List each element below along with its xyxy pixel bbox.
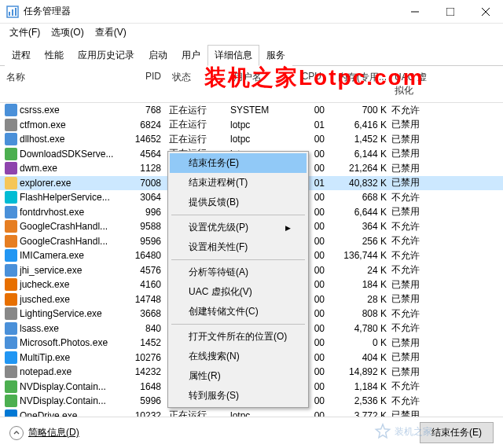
process-pid: 4576: [122, 265, 169, 276]
process-icon: [5, 322, 17, 335]
process-uac: 不允许: [391, 104, 439, 117]
header-pid[interactable]: PID: [122, 69, 169, 99]
process-icon: [5, 293, 17, 306]
context-item[interactable]: UAC 虚拟化(V): [170, 282, 307, 302]
process-uac: 不允许: [391, 380, 439, 393]
close-button[interactable]: [468, 0, 503, 24]
process-icon: [5, 191, 17, 204]
context-item[interactable]: 设置相关性(F): [170, 237, 307, 257]
process-mem: 364 K: [325, 221, 391, 232]
header-mem[interactable]: 内存(专用...: [325, 69, 391, 99]
footer: 简略信息(D) 结束任务(E): [0, 417, 503, 448]
brief-info-link[interactable]: 简略信息(D): [28, 426, 79, 439]
process-mem: 2,536 K: [325, 395, 391, 406]
process-uac: 已禁用: [391, 147, 439, 160]
menu-view[interactable]: 查看(V): [90, 24, 131, 41]
process-pid: 4564: [122, 149, 169, 160]
menu-file[interactable]: 文件(F): [5, 24, 45, 41]
process-name: NVDisplay.Contain...: [20, 381, 122, 392]
process-name: DownloadSDKServe...: [20, 149, 122, 160]
process-icon: [5, 307, 17, 320]
header-status[interactable]: 状态: [169, 69, 230, 99]
context-item[interactable]: 提供反馈(B): [170, 193, 307, 212]
svg-rect-3: [15, 8, 17, 16]
column-headers: 名称 PID 状态 用户名 CPU 内存(专用... UAC 虚拟化: [0, 66, 503, 103]
process-user: lotpc: [230, 119, 293, 130]
context-item[interactable]: 属性(R): [170, 366, 307, 386]
process-pid: 1128: [122, 163, 169, 174]
process-name: dllhost.exe: [20, 134, 122, 145]
tab-4[interactable]: 用户: [174, 45, 207, 66]
process-row[interactable]: dllhost.exe14652正在运行lotpc001,452 K已禁用: [0, 132, 503, 147]
process-icon: [5, 119, 17, 131]
process-name: MultiTip.exe: [20, 352, 122, 363]
process-row[interactable]: ctfmon.exe6824正在运行lotpc016,416 K已禁用: [0, 118, 503, 133]
context-item[interactable]: 在线搜索(N): [170, 347, 307, 366]
context-item[interactable]: 打开文件所在的位置(O): [170, 327, 307, 347]
process-name: IMICamera.exe: [20, 250, 122, 261]
process-mem: 700 K: [325, 105, 391, 116]
end-task-button[interactable]: 结束任务(E): [420, 422, 494, 443]
context-item[interactable]: 创建转储文件(C): [170, 302, 307, 321]
minimize-button[interactable]: [397, 0, 432, 24]
tab-6[interactable]: 服务: [259, 45, 292, 66]
process-pid: 14748: [122, 294, 169, 305]
process-uac: 不允许: [391, 249, 439, 263]
header-name[interactable]: 名称: [0, 69, 122, 99]
collapse-icon[interactable]: [9, 426, 24, 440]
process-icon: [5, 351, 17, 364]
process-pid: 7008: [122, 178, 169, 189]
process-pid: 996: [122, 207, 169, 218]
process-pid: 3064: [122, 192, 169, 203]
tab-2[interactable]: 应用历史记录: [71, 45, 141, 66]
process-pid: 16480: [122, 250, 169, 261]
context-item[interactable]: 结束进程树(T): [170, 173, 307, 193]
process-pid: 4160: [122, 279, 169, 290]
tab-0[interactable]: 进程: [5, 45, 38, 66]
header-user[interactable]: 用户名: [230, 69, 293, 99]
context-separator: [171, 259, 305, 260]
svg-rect-5: [446, 8, 454, 16]
context-item[interactable]: 设置优先级(P)▶: [170, 218, 307, 237]
menu-options[interactable]: 选项(O): [46, 24, 88, 41]
context-separator: [171, 215, 305, 215]
process-user: SYSTEM: [230, 105, 293, 116]
process-mem: 1,184 K: [325, 381, 391, 392]
process-cpu: 01: [293, 119, 325, 130]
process-name: fontdrvhost.exe: [20, 207, 122, 218]
process-icon: [5, 220, 17, 233]
process-icon: [5, 162, 17, 174]
context-item[interactable]: 结束任务(E): [170, 153, 307, 173]
process-uac: 不允许: [391, 220, 439, 233]
process-mem: 668 K: [325, 192, 391, 203]
process-icon: [5, 249, 17, 262]
process-pid: 9596: [122, 236, 169, 247]
header-cpu[interactable]: CPU: [293, 69, 325, 99]
tab-1[interactable]: 性能: [38, 45, 71, 66]
process-name: notepad.exe: [20, 366, 122, 377]
tab-3[interactable]: 启动: [141, 45, 174, 66]
context-separator: [171, 324, 305, 325]
process-name: GoogleCrashHandl...: [20, 221, 122, 232]
process-row[interactable]: csrss.exe768正在运行SYSTEM00700 K不允许: [0, 103, 503, 118]
process-mem: 6,144 K: [325, 149, 391, 160]
process-pid: 1452: [122, 337, 169, 348]
process-mem: 184 K: [325, 279, 391, 290]
process-icon: [5, 365, 17, 378]
context-item[interactable]: 转到服务(S): [170, 386, 307, 406]
context-item[interactable]: 分析等待链(A): [170, 263, 307, 282]
svg-rect-2: [12, 9, 13, 16]
maximize-button[interactable]: [432, 0, 468, 24]
process-name: lsass.exe: [20, 323, 122, 334]
window-controls: [397, 0, 503, 24]
process-icon: [5, 104, 17, 116]
process-uac: 不允许: [391, 191, 439, 204]
header-uac[interactable]: UAC 虚拟化: [391, 69, 439, 99]
process-mem: 40,832 K: [325, 178, 391, 189]
process-mem: 256 K: [325, 236, 391, 247]
tab-5[interactable]: 详细信息: [207, 45, 259, 66]
process-user: lotpc: [230, 134, 293, 145]
process-icon: [5, 148, 17, 160]
process-status: 正在运行: [169, 118, 230, 131]
process-icon: [5, 264, 17, 277]
